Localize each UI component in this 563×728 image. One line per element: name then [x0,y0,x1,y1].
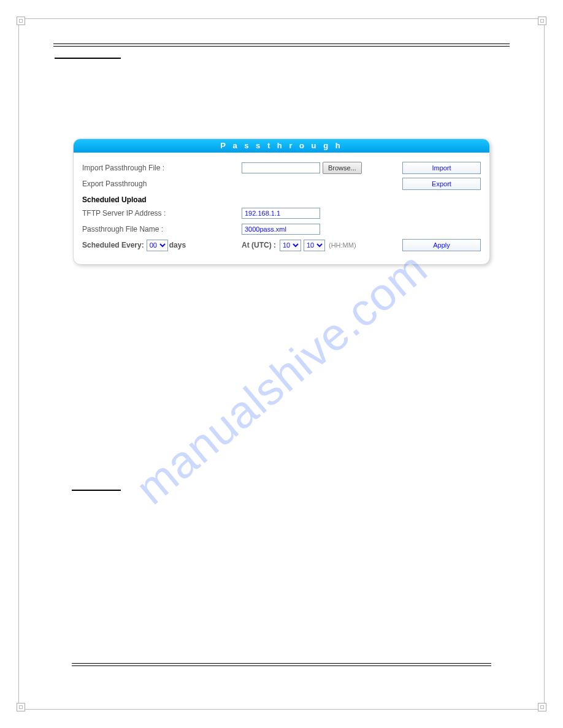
corner-decoration [17,17,25,25]
tftp-label: TFTP Server IP Address : [82,209,242,218]
import-label: Import Passthrough File : [82,164,242,172]
import-file-field[interactable] [242,162,320,173]
corner-decoration [538,17,546,25]
filename-label: Passthrough File Name : [82,225,242,233]
export-button[interactable]: Export [402,178,481,190]
page-frame: P a s s t h r o u g h Import Passthrough… [18,18,545,710]
bottom-footer-rule [72,663,491,666]
passthrough-panel: P a s s t h r o u g h Import Passthrough… [73,138,490,265]
minute-select[interactable]: 10 [304,240,325,251]
scheduled-upload-heading: Scheduled Upload [82,195,481,204]
export-row: Export Passthrough Export [82,177,481,191]
days-label: days [169,241,186,249]
section-underline [55,58,121,59]
filename-row: Passthrough File Name : [82,222,481,236]
top-header-rule [53,44,510,47]
filename-input[interactable] [242,224,320,235]
import-button[interactable]: Import [402,162,481,174]
hour-select[interactable]: 10 [280,240,301,251]
scheduled-every-label: Scheduled Every: [82,241,144,249]
corner-decoration [538,703,546,711]
apply-button[interactable]: Apply [402,239,481,251]
import-row: Import Passthrough File : Browse... Impo… [82,161,481,175]
scheduled-every-select[interactable]: 00 [147,240,168,251]
tftp-ip-input[interactable] [242,208,320,219]
section-underline-lower [72,490,121,491]
at-utc-label: At (UTC) : [242,241,276,249]
export-label: Export Passthrough [82,180,242,188]
time-format-hint: (HH:MM) [329,241,356,249]
page-content: P a s s t h r o u g h Import Passthrough… [19,19,544,289]
panel-title: P a s s t h r o u g h [74,139,489,153]
tftp-row: TFTP Server IP Address : [82,207,481,220]
browse-button[interactable]: Browse... [323,162,362,174]
corner-decoration [17,703,25,711]
schedule-row: Scheduled Every: 00 days At (UTC) : 10 [82,238,481,252]
